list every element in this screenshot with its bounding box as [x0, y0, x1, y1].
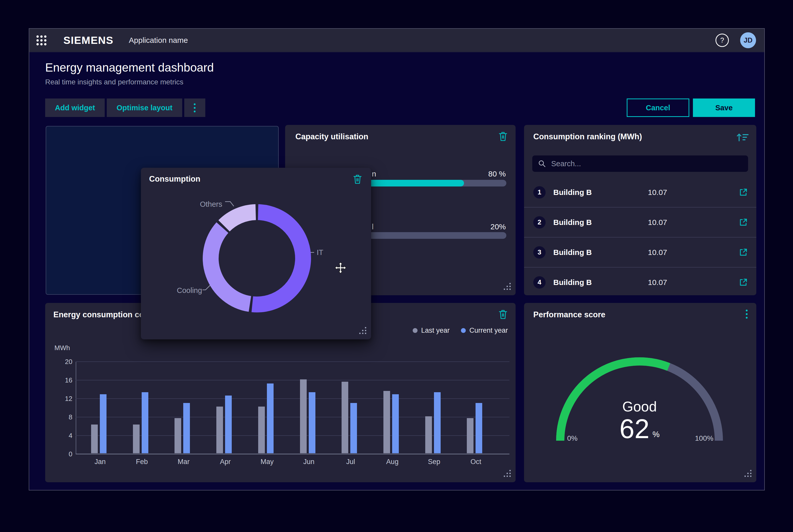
donut-chart — [141, 168, 371, 339]
cooling-leader-line — [202, 285, 210, 290]
delete-widget-icon[interactable] — [498, 309, 508, 321]
chart-legend: Last year Current year — [413, 326, 508, 335]
search-box[interactable] — [532, 155, 748, 172]
add-widget-button[interactable]: Add widget — [45, 98, 105, 117]
y-tick-label: 4 — [69, 432, 72, 440]
delete-widget-icon[interactable] — [498, 131, 508, 143]
x-tick-label: Sep — [419, 458, 449, 466]
bar-current-year — [183, 403, 190, 453]
resize-handle[interactable] — [744, 470, 752, 479]
consumption-value: 10.07 — [634, 188, 681, 197]
page-title: Energy management dashboard — [45, 60, 214, 74]
bar-current-year — [225, 396, 232, 453]
legend-dot-last-year — [413, 328, 418, 333]
bar-last-year — [467, 418, 474, 453]
search-input[interactable] — [551, 159, 742, 168]
more-options-button[interactable] — [184, 98, 205, 117]
table-row: 2Building B10.07 — [524, 207, 756, 237]
resize-handle[interactable] — [503, 282, 512, 292]
consumption-value: 10.07 — [634, 278, 681, 287]
gauge-score-percent: % — [652, 430, 660, 439]
rank-badge: 2 — [533, 216, 546, 229]
open-external-icon[interactable] — [738, 278, 748, 287]
gridline — [76, 380, 510, 380]
bar-last-year — [133, 424, 140, 453]
energy-dashboard-page: { "header": { "logo": "SIEMENS", "app_na… — [0, 0, 793, 532]
gauge-status-label: Good — [601, 398, 678, 415]
consumption-ranking-widget: Consumption ranking (MWh) 1Building B10.… — [524, 125, 756, 295]
open-external-icon[interactable] — [738, 188, 748, 197]
legend-dot-current-year — [461, 328, 466, 333]
x-tick-label: May — [252, 458, 282, 466]
bar-last-year — [258, 406, 265, 453]
app-header: SIEMENS Application name ? JD — [29, 29, 764, 52]
widget-title: Consumption ranking (MWh) — [533, 132, 642, 141]
gridline — [76, 454, 510, 454]
page-subtitle: Real time insights and performance metri… — [45, 78, 183, 86]
cancel-button[interactable]: Cancel — [627, 98, 689, 117]
bar-current-year — [350, 403, 357, 453]
metric-value: 80 % — [488, 170, 506, 178]
widget-title: Capacity utilisation — [295, 132, 368, 141]
x-tick-label: Feb — [127, 458, 157, 466]
bar-current-year — [434, 392, 441, 453]
x-tick-label: Apr — [210, 458, 241, 466]
search-icon — [538, 159, 546, 168]
application-name: Application name — [129, 36, 188, 45]
building-name: Building B — [553, 278, 592, 287]
widget-title: Energy consumption com — [53, 310, 151, 319]
resize-handle[interactable] — [359, 326, 367, 336]
consumption-value: 10.07 — [634, 218, 681, 227]
building-name: Building B — [553, 248, 592, 257]
building-name: Building B — [553, 218, 592, 227]
sort-icon[interactable] — [736, 132, 749, 144]
table-row: 4Building B10.07 — [524, 267, 756, 297]
optimise-layout-button[interactable]: Optimise layout — [107, 98, 182, 117]
donut-label-it: IT — [317, 248, 324, 257]
content-frame: SIEMENS Application name ? JD Energy man… — [29, 28, 765, 491]
donut-label-others: Others — [200, 200, 222, 209]
metric-value: 20% — [491, 222, 506, 231]
bar-current-year — [392, 394, 399, 453]
gridline — [76, 417, 510, 417]
y-tick-label: 0 — [69, 450, 72, 458]
consumption-widget-dragging[interactable]: Consumption Others IT Cooling — [141, 168, 371, 339]
building-name: Building B — [553, 188, 592, 197]
bar-current-year — [267, 383, 274, 453]
open-external-icon[interactable] — [738, 248, 748, 257]
bar-last-year — [216, 406, 223, 453]
performance-score-widget: Performance score Good 62 % 0% 100% — [524, 303, 756, 482]
x-tick-label: Jan — [85, 458, 115, 466]
save-button[interactable]: Save — [693, 98, 755, 117]
x-tick-label: Mar — [168, 458, 199, 466]
gridline — [76, 361, 510, 362]
rank-badge: 1 — [533, 186, 546, 198]
x-tick-label: Jul — [335, 458, 366, 466]
y-tick-label: 20 — [65, 358, 72, 366]
open-external-icon[interactable] — [738, 217, 748, 227]
legend-item-current-year: Current year — [461, 326, 508, 335]
gauge-max-label: 100% — [695, 434, 714, 442]
bar-last-year — [300, 379, 307, 453]
ranking-list: 1Building B10.072Building B10.073Buildin… — [524, 177, 756, 297]
legend-label: Current year — [469, 326, 508, 335]
bar-last-year — [425, 416, 432, 453]
legend-item-last-year: Last year — [413, 326, 449, 335]
bar-last-year — [383, 391, 390, 453]
y-axis-line — [76, 361, 76, 454]
app-launcher-icon[interactable] — [36, 35, 47, 45]
gauge-chart — [524, 303, 756, 482]
donut-label-cooling: Cooling — [177, 286, 202, 295]
siemens-logo: SIEMENS — [63, 34, 113, 46]
bar-last-year — [174, 418, 181, 453]
bar-current-year — [309, 392, 315, 453]
gridline — [76, 398, 510, 399]
y-tick-labels: 048121620 — [53, 361, 72, 454]
resize-handle[interactable] — [503, 470, 512, 479]
x-tick-label: Aug — [377, 458, 408, 466]
metric-label-fragment: l — [372, 222, 374, 231]
help-icon[interactable]: ? — [716, 34, 729, 47]
avatar[interactable]: JD — [740, 32, 756, 48]
x-tick-label: Jun — [294, 458, 325, 466]
donut-segment-it — [252, 212, 303, 304]
